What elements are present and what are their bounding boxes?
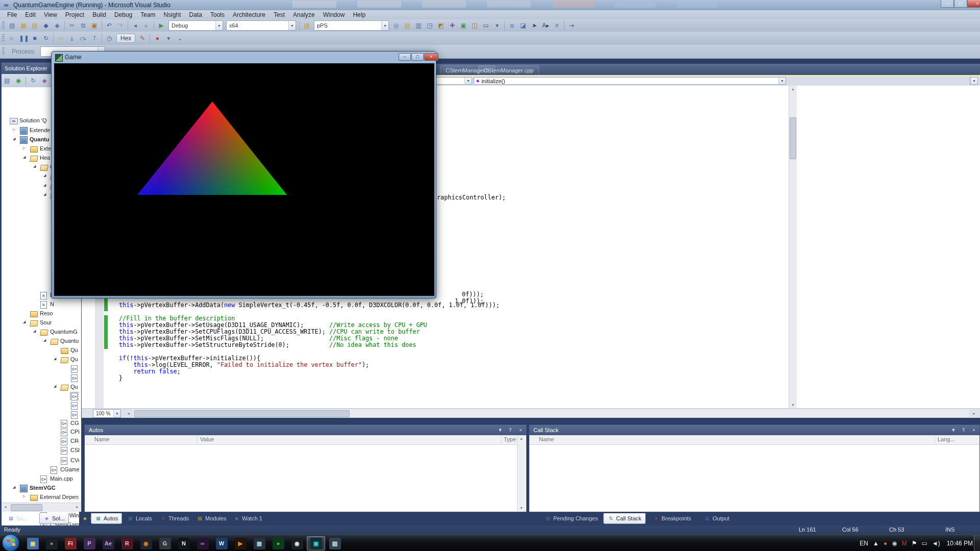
close-icon[interactable]: × — [970, 427, 977, 434]
panel-tab-su[interactable]: ▤Su... — [4, 513, 32, 523]
tray-orange-app-icon[interactable]: ● — [884, 540, 887, 547]
dropdown-icon[interactable]: ▾ — [164, 34, 173, 43]
taskbar-word[interactable]: W — [212, 536, 231, 550]
start-page-icon[interactable]: ◫ — [470, 21, 479, 30]
start-button[interactable] — [2, 534, 19, 551]
editor-horizontal-scrollbar[interactable] — [133, 410, 969, 417]
flag-action-center-icon[interactable]: ⚑ — [912, 540, 917, 547]
new-item-icon[interactable]: ▤ — [8, 21, 17, 30]
taskbar-app-p[interactable]: P — [80, 536, 99, 550]
panel-tab-call-stack[interactable]: ⇅Call Stack — [603, 513, 646, 524]
autos-scrollbar[interactable]: ▲ ▼ — [517, 435, 526, 511]
minimize-button[interactable]: – — [399, 53, 411, 61]
scrollbar-thumb[interactable] — [134, 410, 350, 417]
minimize-button[interactable]: – — [941, 0, 954, 8]
scroll-up-icon[interactable]: ▲ — [791, 87, 795, 91]
maximize-button[interactable]: □ — [411, 53, 424, 61]
stop-debugging-icon[interactable]: ■ — [30, 34, 39, 43]
refresh-icon[interactable]: ↻ — [29, 76, 38, 85]
class-view-icon[interactable]: ◳ — [425, 21, 434, 30]
menu-view[interactable]: View — [40, 11, 61, 19]
tree-item-stemvgc[interactable]: ◢StemVGC — [2, 484, 79, 492]
copy-icon[interactable]: ⧉ — [79, 21, 88, 30]
pause-icon[interactable]: ❚❚ — [19, 34, 28, 43]
tree-item-c[interactable]: C+C — [2, 373, 79, 382]
overflow-icon[interactable]: ⌄ — [175, 34, 184, 43]
panel-tab-output[interactable]: ▤Output — [700, 513, 733, 523]
breakpoints-window-icon[interactable]: ◷ — [105, 34, 114, 43]
collapse-icon[interactable]: ◢ — [43, 338, 46, 342]
view-class-diagram-icon[interactable]: ◈ — [40, 76, 49, 85]
taskbar-spotify[interactable]: ● — [269, 536, 287, 550]
step-over-icon[interactable]: ⤼ — [79, 34, 88, 43]
taskbar-steam[interactable]: ◉ — [288, 536, 306, 550]
show-desktop-button[interactable] — [974, 535, 980, 551]
close-button[interactable]: × — [967, 0, 980, 8]
object-browser-icon[interactable]: ▥ — [414, 21, 423, 30]
navigate-backward-icon[interactable]: ◂ — [131, 21, 140, 30]
scroll-up-icon[interactable]: ▲ — [520, 437, 523, 440]
view-designer-icon[interactable]: ◪ — [519, 21, 528, 30]
close-icon[interactable]: × — [517, 427, 524, 434]
taskbar-app-ae[interactable]: Ae — [99, 536, 117, 550]
tree-item-cve[interactable]: C+CVe — [2, 456, 79, 465]
column-header-name[interactable]: Name — [536, 435, 979, 444]
collapse-icon[interactable]: ◢ — [54, 357, 56, 361]
collapse-icon[interactable]: ◢ — [43, 173, 46, 178]
menu-test[interactable]: Test — [270, 11, 289, 19]
game-window[interactable]: Game –□× — [51, 51, 436, 298]
font-tool-icon[interactable]: A▸ — [541, 21, 550, 30]
indent-icon[interactable]: ⇥ — [567, 21, 576, 30]
pin-icon[interactable]: Ṫ — [960, 427, 967, 434]
error-list-icon[interactable]: ◩ — [436, 21, 446, 30]
menu-edit[interactable]: Edit — [21, 11, 40, 19]
trace-icon[interactable]: ✎ — [138, 34, 147, 43]
tree-item-reso[interactable]: Reso — [2, 309, 79, 318]
add-new-item-icon[interactable]: ▦ — [19, 21, 28, 30]
show-next-statement-icon[interactable]: ⇨ — [56, 34, 65, 43]
undo-icon[interactable]: ↶ — [105, 21, 114, 30]
collapse-icon[interactable]: ◢ — [13, 485, 15, 489]
window-position-icon[interactable]: ▼ — [950, 427, 957, 434]
toolbar-overflow-icon[interactable]: ▾ — [493, 21, 502, 30]
save-all-icon[interactable]: ◈ — [53, 21, 62, 30]
collapse-icon[interactable]: ◢ — [43, 192, 46, 196]
paste-icon[interactable]: ▣ — [90, 21, 99, 30]
properties-icon[interactable]: ▤ — [3, 76, 12, 85]
expand-icon[interactable]: ▷ — [23, 146, 26, 150]
tree-item-n[interactable]: hN — [2, 300, 79, 309]
document-outline-icon[interactable]: ≡ — [552, 21, 561, 30]
collapse-icon[interactable]: ◢ — [33, 329, 36, 333]
toolbar-grip[interactable] — [2, 21, 5, 30]
taskbar-visual-studio[interactable]: ∞ — [193, 536, 212, 550]
maximize-button[interactable]: □ — [954, 0, 967, 8]
solution-platforms-combo[interactable]: x64▼ — [226, 20, 296, 31]
properties-window-icon[interactable]: ▤ — [403, 21, 412, 30]
scroll-down-icon[interactable]: ▼ — [520, 506, 523, 510]
view-code-icon[interactable]: ⧈ — [507, 21, 517, 30]
panel-tab-locals[interactable]: ▦Locals — [124, 513, 156, 523]
toolbox-icon[interactable]: ✚ — [448, 21, 457, 30]
tree-item-c[interactable]: C+C — [2, 410, 79, 419]
collapse-icon[interactable]: ◢ — [23, 320, 26, 324]
taskbar-blender[interactable]: ◉ — [137, 536, 155, 550]
scrollbar-thumb[interactable] — [11, 504, 42, 511]
editor-tab-cstemmanager.cpp[interactable]: CStemManager.cpp — [478, 65, 539, 75]
menu-nsight[interactable]: Nsight — [160, 11, 185, 19]
restart-icon[interactable]: ↻ — [41, 34, 51, 43]
tree-item-csh[interactable]: C+CSh — [2, 446, 79, 455]
menu-file[interactable]: File — [3, 11, 21, 19]
scroll-right-icon[interactable]: ► — [972, 412, 976, 415]
solution-explorer-hscrollbar[interactable]: ◄ ► — [2, 503, 81, 512]
tree-item-cre[interactable]: C+CRe — [2, 437, 79, 445]
tree-item-qu[interactable]: ◢Qu — [2, 355, 79, 364]
step-into-icon[interactable]: ⤓ — [67, 34, 77, 43]
collapse-icon[interactable]: ◢ — [23, 155, 26, 159]
tree-item-sour[interactable]: ◢Sour — [2, 318, 79, 327]
scroll-left-icon[interactable]: ◄ — [127, 412, 130, 415]
language-indicator[interactable]: EN — [860, 540, 868, 547]
taskbar-flash[interactable]: Fl — [61, 536, 80, 550]
find-in-files-icon[interactable]: ◎ — [391, 21, 401, 30]
expand-icon[interactable]: ▷ — [23, 494, 26, 498]
scrollbar-thumb[interactable] — [790, 117, 796, 159]
